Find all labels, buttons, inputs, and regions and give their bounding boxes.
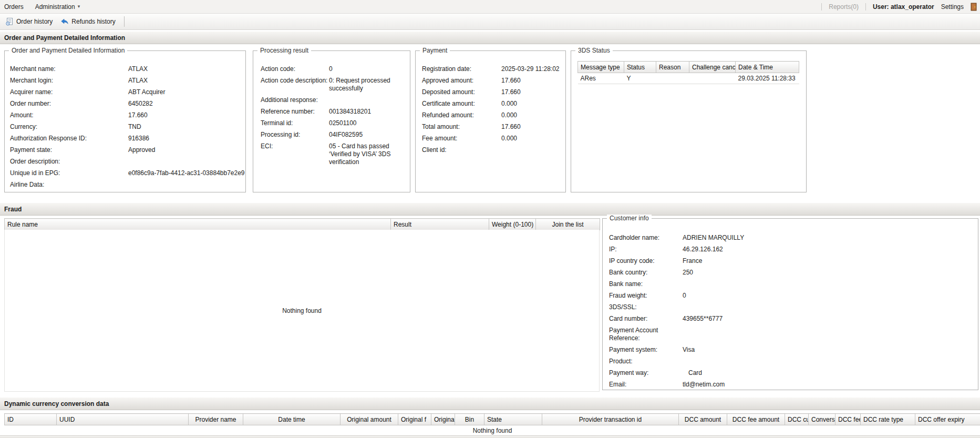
field-row-processing-id: Processing id:04IF082595 [261,129,405,141]
dcc-table: ID UUID Provider name Date time Original… [4,413,980,436]
field-row-action-code-description: Action code description:0: Request proce… [261,75,405,95]
field-value: 001384318201 [329,108,405,116]
toolbar: Order history Refunds history [0,14,980,30]
field-row-airline-data: Airline Data: [10,179,240,191]
column-header-date-time: Date & Time [736,62,799,73]
column-header-result: Result [391,219,489,230]
page-title-bar: Order and Payment Detailed Information [0,31,980,44]
column-header-id: ID [5,414,57,425]
refunds-history-label: Refunds history [71,18,115,25]
menubar-item-administration[interactable]: Administration ▾ [35,3,80,11]
column-header-state: State [484,414,542,425]
field-row-reference-number: Reference number:001384318201 [261,106,405,118]
field-row-refunded-amount: Refunded amount:0.000 [422,110,560,121]
column-header-dcc-amount: DCC amount [679,414,727,425]
field-label: Action code description: [261,77,329,85]
separator [865,3,866,11]
field-row-merchant-name: Merchant name:ATLAX [10,64,240,75]
field-row-fraud-weight: Fraud weight:0 [609,290,972,302]
field-label: Additional response: [261,96,329,104]
field-label: IP country code: [609,257,683,265]
table-header-row: ID UUID Provider name Date time Original… [5,414,980,425]
toolbar-separator [124,16,125,27]
field-value: 0: Request processed successfully [329,77,405,93]
table-row[interactable]: ARes Y 29.03.2025 11:28:33 [578,73,799,84]
column-header-challenge-cancel: Challenge cancel [689,62,736,73]
separator [821,3,822,11]
order-history-button[interactable]: Order history [3,15,58,28]
column-header-uuid: UUID [57,414,189,425]
processing-result-legend: Processing result [257,47,311,54]
field-row-total-amount: Total amount:17.660 [422,121,560,133]
column-header-conversion-rate: Conversi [809,414,835,425]
chevron-down-icon: ▾ [78,4,80,9]
field-value: TND [128,123,141,131]
field-value: 0.000 [501,111,517,119]
field-row-merchant-login: Merchant login:ATLAX [10,75,240,87]
column-header-bin: Bin [455,414,484,425]
field-row-cardholder-name: Cardholder name:ADRIEN MARQUILLY [609,232,972,244]
cell-challenge-cancel [689,73,736,84]
field-row-client-id: Client id: [422,145,560,156]
field-row-3ds-ssl: 3DS/SSL: [609,302,972,313]
field-label: Amount: [10,111,128,119]
column-header-join-the-list: Join the list [536,219,600,230]
field-row-action-code: Action code:0 [261,64,405,75]
field-row-product: Product: [609,356,972,368]
field-value: 916386 [128,135,149,142]
field-label: Fraud weight: [609,292,683,300]
field-label: Client id: [422,146,501,154]
payment-legend: Payment [420,47,450,54]
column-header-dcc-fee: DCC fee [835,414,861,425]
settings-link[interactable]: Settings [941,3,964,11]
menubar-item-orders[interactable]: Orders [4,3,24,11]
order-details-page: Orders Administration ▾ Reports(0) User:… [0,0,980,438]
processing-result-fieldset: Processing result Action code:0 Action c… [253,50,410,192]
field-label: Product: [609,358,683,365]
table-header-row: Rule name Result Weight (0-100) Join the… [5,219,600,230]
customer-info-fieldset: Customer info Cardholder name:ADRIEN MAR… [602,218,978,390]
cell-date-time: 29.03.2025 11:28:33 [736,73,799,84]
page-title: Order and Payment Detailed Information [4,34,125,42]
field-label: Certificate amount: [422,100,501,108]
order-history-icon [5,17,14,26]
field-value: 2025-03-29 11:28:02 [501,65,560,73]
payment-fieldset: Payment Registration date:2025-03-29 11:… [415,50,566,192]
column-header-dcc-rate-type: DCC rate type [861,414,915,425]
column-header-provider-name: Provider name [189,414,243,425]
field-label: Deposited amount: [422,88,501,96]
field-label: Approved amount: [422,77,501,85]
field-value: tld@netim.com [683,381,725,389]
field-label: Authorization Response ID: [10,135,128,142]
column-header-original-currency: Original c [431,414,455,425]
refunds-history-button[interactable]: Refunds history [58,15,120,28]
column-header-date-time: Date time [243,414,341,425]
field-value: 17.660 [128,111,148,119]
field-row-fee-amount: Fee amount:0.000 [422,133,560,145]
field-label: Refunded amount: [422,111,501,119]
field-label: Processing id: [261,131,329,139]
field-label: Currency: [10,123,128,131]
column-header-weight: Weight (0-100) [489,219,536,230]
tds-status-fieldset: 3DS Status Message type Status Reason Ch… [571,50,807,192]
field-value: 439655**6777 [683,315,723,323]
reports-link: Reports(0) [829,3,859,11]
field-row-deposited-amount: Deposited amount:17.660 [422,87,560,98]
field-value: 0.000 [501,135,517,142]
field-label: Registration date: [422,65,501,73]
field-value: Approved [128,146,155,154]
dcc-empty-message: Nothing found [5,425,980,436]
logout-door-icon[interactable] [971,3,977,11]
field-row-unique-id-epg: Unique id in EPG:e0f86c9a-7fab-4412-ac31… [10,168,240,179]
field-label: Merchant name: [10,65,128,73]
menu-administration-label: Administration [35,3,75,11]
table-header-row: Message type Status Reason Challenge can… [578,62,799,73]
field-label: Acquirer name: [10,88,128,96]
field-label: Email: [609,381,683,389]
fraud-section-title: Fraud [4,206,22,213]
field-label: Order number: [10,100,128,108]
field-row-email: Email:tld@netim.com [609,379,972,391]
field-label: Terminal id: [261,119,329,127]
field-value: 6450282 [128,100,153,108]
field-label: ECI: [261,142,329,150]
